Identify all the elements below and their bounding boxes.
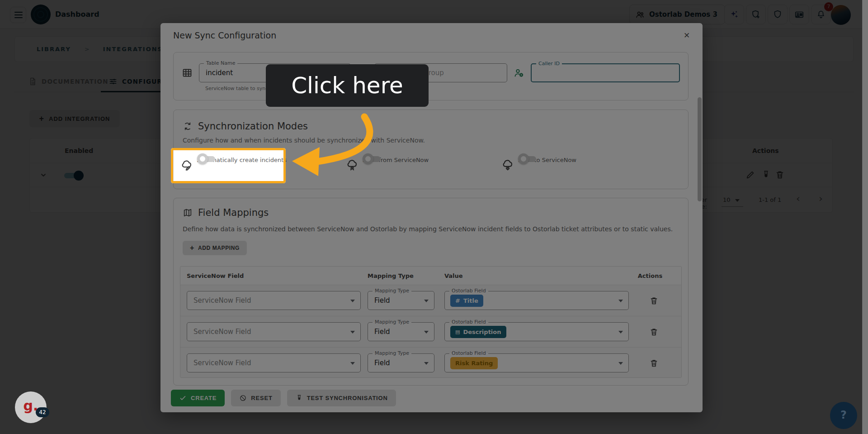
modal-scrollbar-thumb[interactable]: [698, 97, 702, 201]
cloud-download-icon: [501, 158, 514, 172]
mapping-type-select[interactable]: Mapping Type Field: [368, 322, 434, 341]
table-name-label: Table Name: [204, 60, 237, 66]
connection-settings-card: Table Name incident ServiceNow table to …: [173, 52, 689, 100]
chevron-down-icon: [424, 331, 429, 334]
check-icon: [179, 394, 187, 402]
trash-icon: [649, 296, 659, 305]
chevron-down-icon: [618, 331, 623, 334]
chevron-down-icon: [618, 362, 623, 365]
mapping-type-select[interactable]: Mapping Type Field: [368, 291, 434, 310]
page-scrollbar[interactable]: [862, 0, 868, 434]
mappings-table: ServiceNow Field Mapping Type Value Acti…: [180, 266, 682, 378]
map-icon: [183, 208, 193, 218]
mappings-section-title: Field Mappings: [198, 207, 269, 218]
create-button[interactable]: CREATE: [171, 390, 225, 406]
delete-mapping-button[interactable]: [649, 327, 659, 337]
chevron-down-icon: [424, 362, 429, 365]
mapping-row: ServiceNow Field Mapping Type Field Osto…: [180, 285, 681, 316]
title-chip: #Title: [450, 295, 483, 307]
table-grid-icon: [182, 67, 193, 78]
new-sync-configuration-modal: New Sync Configuration ✕ Table Name inci…: [160, 23, 703, 412]
modal-title: New Sync Configuration: [173, 23, 276, 48]
trash-icon: [649, 358, 659, 368]
close-button[interactable]: ✕: [681, 29, 693, 41]
servicenow-field-select[interactable]: ServiceNow Field: [187, 353, 361, 372]
delete-mapping-button[interactable]: [649, 296, 659, 305]
field-mappings-card: Field Mappings Define how data is synchr…: [173, 198, 689, 386]
feedback-count-badge: 42: [36, 407, 49, 417]
sync-section-title: Synchronization Modes: [198, 121, 308, 132]
mapping-row: ServiceNow Field Mapping Type Field Osto…: [180, 316, 681, 347]
chevron-down-icon: [424, 300, 429, 302]
test-synchronisation-button[interactable]: TEST SYNCHRONISATION: [287, 390, 396, 406]
tour-tooltip-text: Click here: [291, 72, 403, 99]
description-chip: ▤Description: [450, 326, 506, 338]
mapping-type-select[interactable]: Mapping Type Field: [368, 353, 434, 372]
delete-mapping-button[interactable]: [649, 358, 659, 368]
test-tube-icon: [295, 394, 303, 402]
chevron-down-icon: [350, 300, 355, 302]
cloud-upload-icon: [345, 158, 359, 172]
ban-icon: [239, 394, 247, 402]
mappings-description: Define how data is synchronized between …: [180, 225, 682, 233]
servicenow-field-header: ServiceNow Field: [187, 272, 368, 279]
sync-section-subtitle: Configure how and when incidents should …: [183, 137, 679, 144]
reset-button[interactable]: RESET: [231, 390, 280, 406]
caller-id-label: Caller ID: [536, 61, 562, 67]
help-fab[interactable]: ?: [830, 402, 857, 429]
chevron-down-icon: [350, 331, 355, 334]
value-header: Value: [444, 272, 625, 279]
chevron-down-icon: [350, 362, 355, 365]
modal-footer: CREATE RESET TEST SYNCHRONISATION: [171, 390, 396, 406]
feedback-fab[interactable]: g. 42: [15, 391, 47, 423]
tour-tooltip: Click here: [266, 64, 429, 107]
trash-icon: [649, 327, 659, 337]
mappings-table-header: ServiceNow Field Mapping Type Value Acti…: [180, 267, 681, 285]
tour-spotlight-highlight: [171, 148, 286, 183]
risk-rating-chip: Risk Rating: [450, 357, 498, 369]
modal-header: New Sync Configuration ✕: [160, 23, 703, 47]
sync-icon: [183, 121, 193, 131]
question-mark-icon: ?: [830, 409, 857, 421]
caller-id-field[interactable]: Caller ID: [531, 63, 680, 82]
sync-to-servicenow-group: Sync to ServiceNow: [501, 153, 576, 172]
servicenow-field-select[interactable]: ServiceNow Field: [187, 322, 361, 341]
mapping-row: ServiceNow Field Mapping Type Field Osto…: [180, 347, 681, 378]
chevron-down-icon: [618, 300, 623, 302]
manage-accounts-icon: [514, 67, 524, 78]
ostorlab-field-select[interactable]: Ostorlab Field Risk Rating: [444, 353, 629, 372]
servicenow-field-select[interactable]: ServiceNow Field: [187, 291, 361, 310]
ostorlab-field-select[interactable]: Ostorlab Field #Title: [444, 291, 629, 310]
ostorlab-field-select[interactable]: Ostorlab Field ▤Description: [444, 322, 629, 341]
plus-icon: +: [190, 244, 194, 252]
actions-header: Actions: [625, 272, 675, 279]
sync-from-servicenow-group: Sync from ServiceNow: [345, 153, 429, 172]
mapping-type-header: Mapping Type: [368, 272, 444, 279]
add-mapping-button[interactable]: + ADD MAPPING: [183, 241, 247, 255]
hash-icon: #: [455, 295, 460, 307]
document-icon: ▤: [455, 326, 460, 338]
